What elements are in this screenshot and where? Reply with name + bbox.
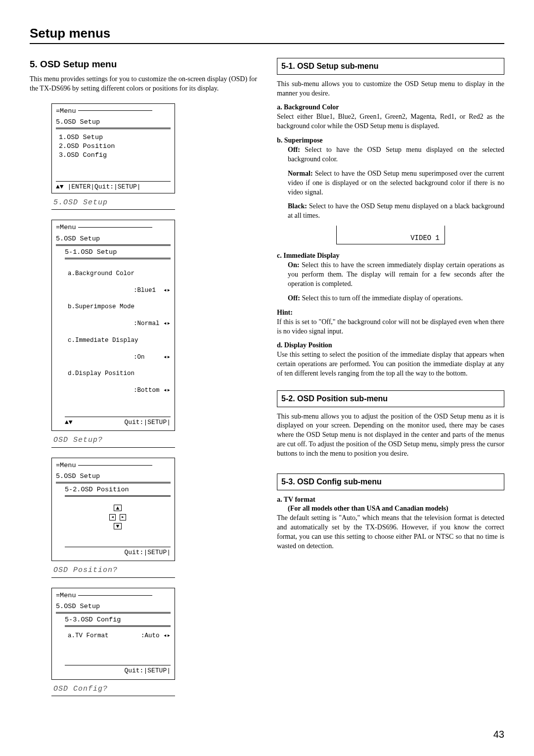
video-overlay-box: VIDEO 1 <box>336 226 445 244</box>
osd-item: 2.OSD Position <box>59 142 171 151</box>
osd-item: 1.OSD Setup <box>59 133 171 142</box>
item-a-body: Select either Blue1, Blue2, Green1, Gree… <box>277 112 504 131</box>
item-b-normal: Normal: Select to have the OSD Setup men… <box>288 169 504 197</box>
item-c-off: Off: Select this to turn off the immedia… <box>288 294 504 303</box>
sub2-body: This sub-menu allows you to adjust the p… <box>277 412 504 459</box>
osd-title: 5.OSD Setup <box>56 602 171 611</box>
osd-title: 5.OSD Setup <box>56 235 171 243</box>
osd-footer-nav: ▲▼ <box>65 418 73 427</box>
hint-label: Hint: <box>277 308 504 318</box>
osd-item: 3.OSD Config <box>59 151 171 160</box>
item-d-head: d. Display Position <box>277 341 504 350</box>
tv-format-head: a. TV format <box>277 495 504 505</box>
item-b-black: Black: Select to have the OSD Setup menu… <box>288 202 504 221</box>
osd-footer-quit: Quit:|SETUP| <box>124 419 171 426</box>
right-column: 5-1. OSD Setup sub-menu This sub-menu al… <box>277 58 504 705</box>
osd-caption: OSD Setup? <box>51 434 175 447</box>
chapter-title: Setup menus <box>30 25 504 44</box>
osd-menu-box-2: =Menu 5.OSD Setup 5-1.OSD Setup a.Backgr… <box>51 220 175 431</box>
left-column: 5. OSD Setup menu This menu provides set… <box>30 58 257 705</box>
osd-menu-box-3: =Menu 5.OSD Setup 5-2.OSD Position ▲ ◂ ▸… <box>51 458 175 562</box>
item-c-on: On: Select this to have the screen immed… <box>288 261 504 289</box>
item-b-head: b. Superimpose <box>277 136 504 145</box>
section-intro: This menu provides settings for you to c… <box>30 75 257 94</box>
osd-title: 5.OSD Setup <box>56 118 171 127</box>
submenu-heading-1: 5-1. OSD Setup sub-menu <box>277 58 504 75</box>
arrow-pad-icon: ▲ ◂ ▸ ▼ <box>65 499 171 542</box>
osd-footer-nav: ▲▼ |ENTER| <box>56 183 94 190</box>
item-c-head: c. Immediate Display <box>277 251 504 261</box>
osd-footer-quit: Quit:|SETUP| <box>124 549 171 556</box>
osd-footer-quit: Quit:|SETUP| <box>124 667 171 674</box>
osd-subtitle: 5-1.OSD Setup <box>65 248 171 257</box>
osd-subtitle: 5-3.OSD Config <box>65 615 171 624</box>
osd-caption: OSD Config? <box>51 683 175 696</box>
item-a-head: a. Background Color <box>277 103 504 112</box>
tv-format-body: The default setting is "Auto," which mea… <box>277 514 504 551</box>
osd-caption: 5.OSD Setup <box>51 196 175 210</box>
osd-menu-box-1: =Menu 5.OSD Setup 1.OSD Setup 2.OSD Posi… <box>51 103 175 194</box>
osd-subtitle: 5-2.OSD Position <box>65 485 171 494</box>
item-d-body: Use this setting to select the position … <box>277 350 504 378</box>
osd-caption: OSD Position? <box>51 564 175 577</box>
sub1-intro: This sub-menu allows you to customize th… <box>277 80 504 98</box>
hint-body: If this is set to "Off," the background … <box>277 318 504 336</box>
osd-title: 5.OSD Setup <box>56 472 171 481</box>
osd-footer-quit: Quit:|SETUP| <box>94 183 141 190</box>
submenu-heading-2: 5-2. OSD Position sub-menu <box>277 390 504 407</box>
section-heading: 5. OSD Setup menu <box>30 58 257 71</box>
item-b-off: Off: Select to have the OSD Setup menu d… <box>288 145 504 164</box>
tv-format-sub: (For all models other than USA and Canad… <box>288 504 504 514</box>
osd-menu-box-4: =Menu 5.OSD Setup 5-3.OSD Config a.TV Fo… <box>51 588 175 680</box>
submenu-heading-3: 5-3. OSD Config sub-menu <box>277 473 504 490</box>
